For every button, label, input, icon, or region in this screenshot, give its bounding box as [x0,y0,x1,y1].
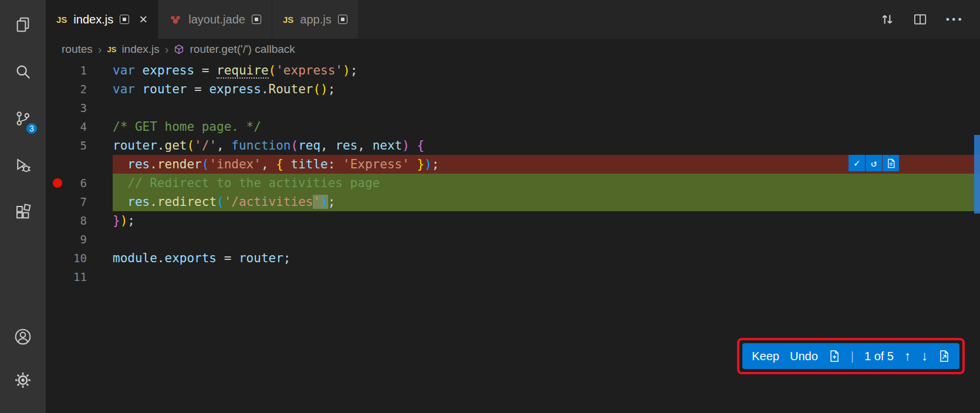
gutter[interactable]: 7 [46,192,113,211]
tab-label: layout.jade [188,13,245,26]
code-line[interactable]: 3 [46,99,980,117]
code-line[interactable]: 8}); [46,211,980,230]
overview-ruler-change-marker [974,135,980,214]
symbol-method-icon [174,44,184,55]
modified-indicator-icon [120,15,129,24]
breadcrumb-folder[interactable]: routes [62,43,93,56]
code-text: router.get('/', function(req, res, next)… [113,136,980,155]
change-counter: 1 of 5 [864,350,894,363]
discard-change-icon[interactable]: ↺ [866,155,882,171]
toggle-diff-icon[interactable] [829,350,840,363]
activity-bar-top: 3 [0,6,46,241]
tab-index-js[interactable]: JS index.js × [46,0,158,39]
tab-layout-jade[interactable]: layout.jade [158,0,272,39]
code-line[interactable]: 11 [46,268,980,286]
source-control-icon[interactable]: 3 [0,100,46,137]
tab-bar: JS index.js × layout.jade JS app.js [46,0,980,39]
gutter[interactable]: 11 [46,268,113,286]
search-icon[interactable] [0,53,46,90]
code-text: }); [113,211,980,230]
keep-button[interactable]: Keep [752,350,779,363]
activity-bar: 3 [0,0,46,413]
gutter[interactable]: 2 [46,80,113,99]
tab-label: app.js [300,13,331,26]
tab-app-js[interactable]: JS app.js [272,0,359,39]
code-line[interactable]: 9 [46,230,980,249]
previous-change-icon[interactable]: ↑ [904,350,911,363]
accept-change-icon[interactable]: ✓ [849,155,865,171]
js-file-icon: JS [283,15,293,25]
line-number: 2 [46,80,113,99]
gutter[interactable]: 9 [46,230,113,249]
gutter[interactable]: 6 [46,174,113,192]
settings-gear-icon[interactable] [0,361,46,399]
gutter[interactable]: 8 [46,211,113,230]
code-text: // Redirect to the activities page [113,174,980,192]
code-line[interactable]: 1var express = require('express'); [46,61,980,80]
close-tab-icon[interactable]: × [139,12,147,26]
code-text: module.exports = router; [113,249,980,268]
editor-actions: ··· [880,0,980,39]
code-line[interactable]: 6 // Redirect to the activities page [46,174,980,192]
code-text [113,99,980,117]
line-number: 9 [46,230,113,249]
accounts-icon[interactable] [0,318,46,356]
editor-group: JS index.js × layout.jade JS app.js [46,0,980,413]
more-actions-icon[interactable]: ··· [945,10,964,29]
code-text [113,230,980,249]
js-file-icon: JS [56,15,67,25]
chevron-right-icon: › [165,43,169,56]
code-text: var express = require('express'); [113,61,980,80]
tab-label: index.js [73,13,113,26]
code-text: /* GET home page. */ [113,117,980,136]
breakpoint-icon[interactable] [53,178,62,188]
open-changes-file-icon[interactable] [938,350,950,363]
code-line[interactable]: 10module.exports = router; [46,249,980,268]
gutter[interactable]: 5 [46,136,113,155]
code-line[interactable]: 2var router = express.Router(); [46,80,980,99]
undo-button[interactable]: Undo [790,350,818,363]
line-number: 11 [46,268,113,286]
gutter[interactable]: 10 [46,249,113,268]
open-changes-icon[interactable] [880,12,895,27]
gutter[interactable]: 1 [46,61,113,80]
line-number: 8 [46,211,113,230]
breadcrumb: routes › JS index.js › router.get('/') c… [46,39,980,60]
code-line[interactable]: res.render('index', { title: 'Express' }… [46,155,980,174]
gutter[interactable]: 4 [46,117,113,136]
modified-indicator-icon [252,15,261,24]
code-line[interactable]: 7 res.redirect('/activities'); [46,192,980,211]
extensions-icon[interactable] [0,194,46,231]
code-line[interactable]: 4/* GET home page. */ [46,117,980,136]
next-change-icon[interactable]: ↓ [921,350,928,363]
inline-chat-review-toolbar: Keep Undo | 1 of 5 ↑ ↓ [742,343,959,369]
chevron-right-icon: › [98,43,102,56]
gutter[interactable] [46,155,113,174]
run-debug-icon[interactable] [0,147,46,184]
vscode-window: 3 [0,0,980,413]
code-line[interactable]: 5router.get('/', function(req, res, next… [46,136,980,155]
code-text: var router = express.Router(); [113,80,980,99]
explorer-icon[interactable] [0,6,46,43]
modified-indicator-icon [338,15,347,24]
line-number: 10 [46,249,113,268]
editor[interactable]: 1var express = require('express');2var r… [46,60,980,413]
code-text [113,268,980,286]
deleted-line-actions: ✓ ↺ [848,155,899,171]
line-number: 3 [46,99,113,117]
annotation-highlight-box: Keep Undo | 1 of 5 ↑ ↓ [737,338,965,374]
line-number: 4 [46,117,113,136]
scm-badge: 3 [25,122,38,135]
line-number: 1 [46,61,113,80]
split-editor-icon[interactable] [913,12,928,27]
toolbar-separator: | [851,350,854,363]
breadcrumb-file[interactable]: index.js [121,43,159,56]
diff-document-icon[interactable] [883,155,899,171]
breadcrumb-symbol[interactable]: router.get('/') callback [190,43,295,56]
line-number: 7 [46,192,113,211]
gutter[interactable]: 3 [46,99,113,117]
js-file-icon: JS [107,45,116,54]
code-text: res.redirect('/activities'); [113,192,980,211]
activity-bar-bottom [0,318,46,405]
line-number: 5 [46,136,113,155]
